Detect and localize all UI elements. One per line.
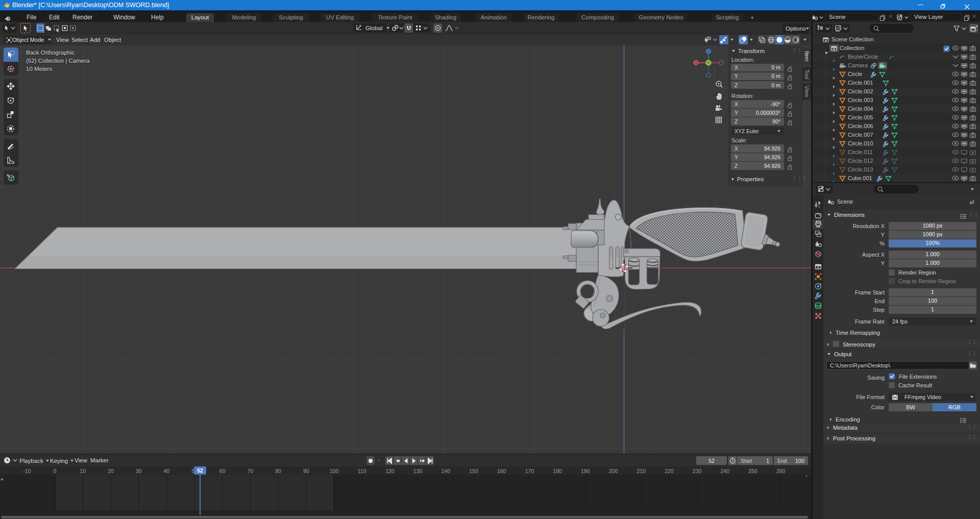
svg-text:Y: Y: [707, 61, 709, 65]
svg-text:Z: Z: [707, 49, 710, 54]
svg-text:X: X: [695, 61, 697, 65]
